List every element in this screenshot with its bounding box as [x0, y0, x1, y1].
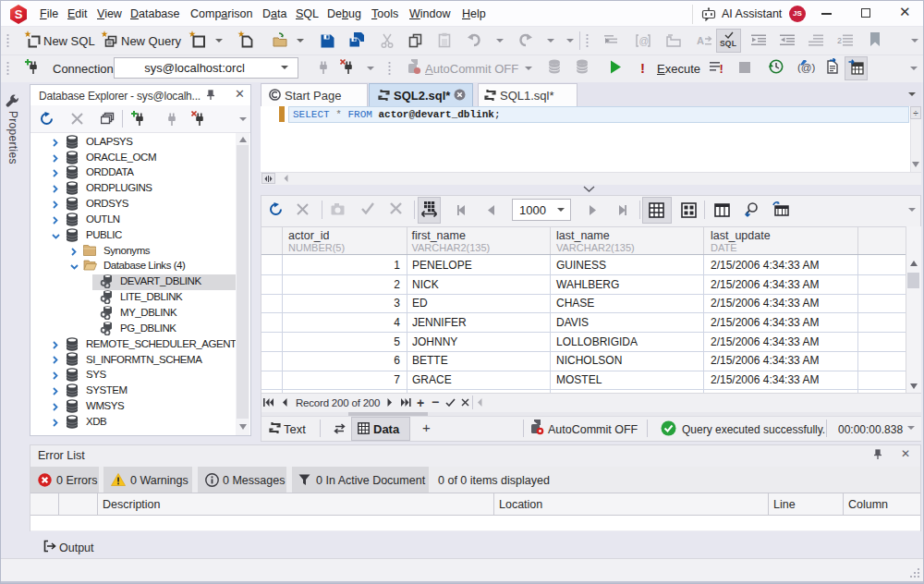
- svg-text:!: !: [720, 62, 723, 74]
- svg-text:2: 2: [837, 36, 842, 45]
- svg-text:@: @: [639, 35, 650, 46]
- svg-text:A: A: [697, 35, 704, 46]
- svg-text:(@): (@): [797, 62, 816, 73]
